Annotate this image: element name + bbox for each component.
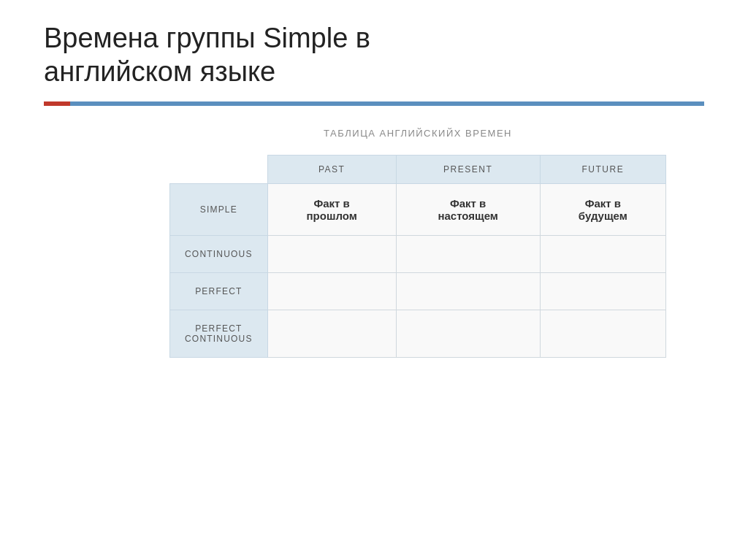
title-line1: Времена группы Simple в: [44, 23, 370, 53]
cell-continuous-past: [267, 236, 396, 273]
page-title: Времена группы Simple в английском языке: [44, 22, 704, 88]
row-label-perfect-continuous: PERFECTCONTINUOUS: [170, 310, 268, 358]
table-row: CONTINUOUS: [170, 236, 666, 273]
cell-perfectcont-future: [540, 310, 665, 358]
cell-simple-present: Факт внастоящем: [396, 184, 540, 236]
title-line2: английском языке: [44, 56, 275, 87]
cell-continuous-present: [396, 236, 540, 273]
accent-bar-blue: [70, 101, 704, 106]
col-header-future: FUTURE: [540, 156, 665, 184]
col-header-past: PAST: [267, 156, 396, 184]
accent-bar-red: [44, 101, 70, 106]
accent-bar: [44, 101, 704, 106]
cell-simple-past: Факт впрошлом: [267, 184, 396, 236]
cell-continuous-future: [540, 236, 665, 273]
table-subtitle: ТАБЛИЦА АНГЛИЙСКИЙХ ВРЕМЕН: [131, 128, 704, 139]
row-label-perfect: PERFECT: [170, 273, 268, 310]
col-header-empty: [170, 156, 268, 184]
table-section: ТАБЛИЦА АНГЛИЙСКИЙХ ВРЕМЕН PAST PRESENT …: [0, 128, 748, 358]
tenses-table: PAST PRESENT FUTURE SIMPLE Факт впрошлом…: [169, 155, 666, 358]
cell-perfectcont-present: [396, 310, 540, 358]
cell-perfect-future: [540, 273, 665, 310]
cell-perfect-present: [396, 273, 540, 310]
cell-simple-future: Факт вбудущем: [540, 184, 665, 236]
table-row: PERFECTCONTINUOUS: [170, 310, 666, 358]
row-label-simple: SIMPLE: [170, 184, 268, 236]
page: Времена группы Simple в английском языке…: [0, 0, 748, 560]
table-row: PERFECT: [170, 273, 666, 310]
cell-perfect-past: [267, 273, 396, 310]
col-header-present: PRESENT: [396, 156, 540, 184]
row-label-continuous: CONTINUOUS: [170, 236, 268, 273]
table-row: SIMPLE Факт впрошлом Факт внастоящем Фак…: [170, 184, 666, 236]
header-section: Времена группы Simple в английском языке: [0, 0, 748, 106]
cell-perfectcont-past: [267, 310, 396, 358]
